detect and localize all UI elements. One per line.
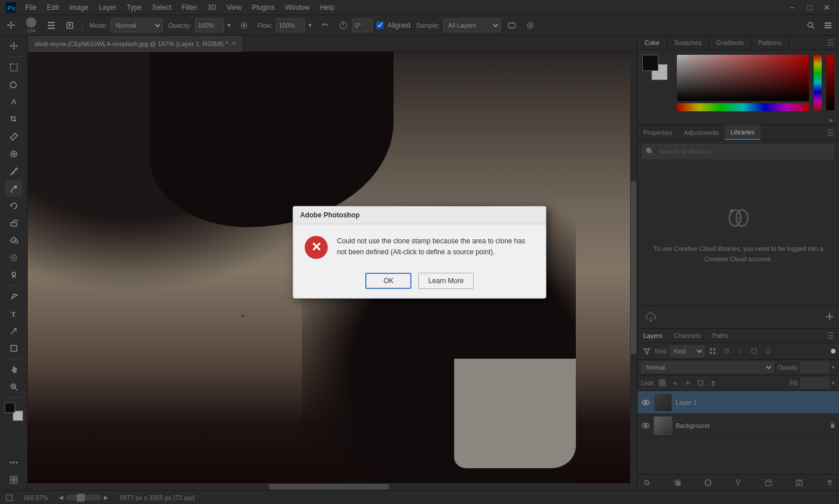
error-icon: ✕ xyxy=(305,236,328,259)
dialog-message: Could not use the clone stamp because th… xyxy=(337,236,534,258)
dialog-learn-more-button[interactable]: Learn More xyxy=(418,273,473,289)
dialog-buttons: OK Learn More xyxy=(293,268,546,298)
dialog-overlay: Adobe Photoshop ✕ Could not use the clon… xyxy=(0,0,839,504)
dialog-ok-button[interactable]: OK xyxy=(365,273,411,289)
dialog-title: Adobe Photoshop xyxy=(293,206,546,224)
error-x-mark: ✕ xyxy=(311,241,321,254)
error-dialog: Adobe Photoshop ✕ Could not use the clon… xyxy=(293,206,546,299)
dialog-body: ✕ Could not use the clone stamp because … xyxy=(293,224,546,268)
